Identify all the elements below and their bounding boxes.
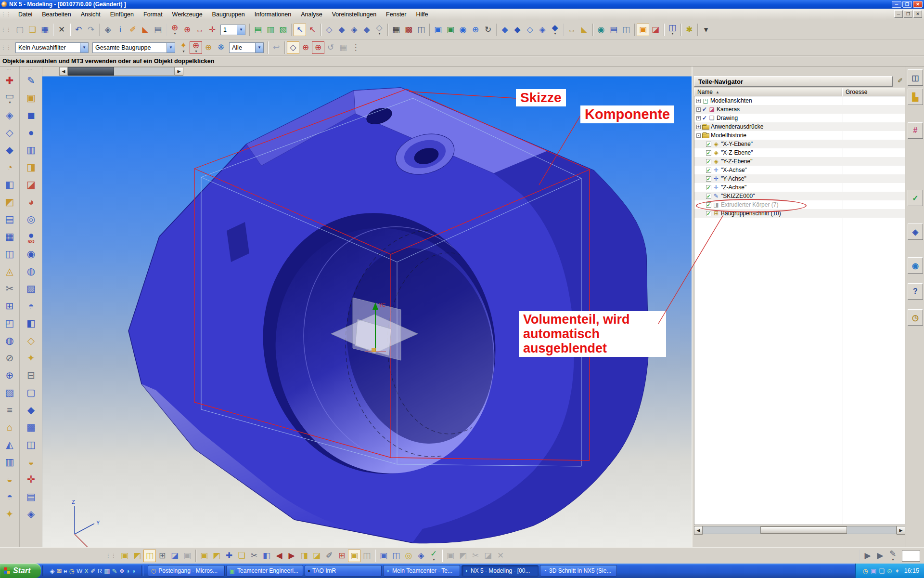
gray-component-icon[interactable]: ▣ xyxy=(181,550,193,562)
rectangle-tool-icon[interactable]: ▭▾ xyxy=(1,89,18,106)
minus-box-icon[interactable]: ⊟ xyxy=(23,367,39,384)
tray-network-icon[interactable]: ❏ xyxy=(879,568,885,574)
list-tool-icon[interactable]: ≡ xyxy=(1,401,18,419)
measure-distance-icon[interactable]: ↔ xyxy=(193,24,206,36)
start-button[interactable]: Start xyxy=(0,564,41,578)
scroll-track[interactable] xyxy=(114,67,175,76)
open-file-icon[interactable]: ❏ xyxy=(26,24,38,36)
groove-feature-icon[interactable]: ◓ xyxy=(23,297,39,315)
copy-display-icon[interactable]: ◈ xyxy=(102,24,114,36)
find-component-icon[interactable]: ▣ xyxy=(118,550,131,562)
menu-werkzeuge[interactable]: Werkzeuge xyxy=(167,10,207,19)
render-style-5-icon[interactable]: ◆▾ xyxy=(549,24,561,36)
calc-quick-icon[interactable]: ▦ xyxy=(104,568,110,574)
visible-check-icon[interactable]: ✓ xyxy=(702,106,707,113)
menu-datei[interactable]: Datei xyxy=(13,10,37,19)
notepad-quick-icon[interactable]: ✎ xyxy=(112,568,117,574)
nx-quick-icon[interactable]: ◗ xyxy=(127,568,130,574)
sweep-icon[interactable]: ◕ xyxy=(23,193,39,210)
tree-item-drawing[interactable]: +✓❏Drawing xyxy=(694,114,905,122)
more-options-icon[interactable]: ⋮ xyxy=(349,41,362,54)
history-tab[interactable]: ◷ xyxy=(908,309,923,326)
flip-right-icon[interactable]: ▶ xyxy=(285,550,298,562)
snap-arrow-icon[interactable]: ↖ xyxy=(306,24,319,36)
nav-scroll-left-icon[interactable]: ◀ xyxy=(694,526,703,535)
rotate-gray-icon[interactable]: ↺ xyxy=(324,41,337,54)
info-icon[interactable]: i xyxy=(114,24,127,36)
hatch-box-icon[interactable]: ▩ xyxy=(23,419,39,436)
scroll-left-icon[interactable]: ◀ xyxy=(59,67,68,76)
grid-icon[interactable]: ▦ xyxy=(390,24,402,36)
dropdown-caret-icon[interactable]: ▾ xyxy=(892,558,894,562)
expand-icon[interactable]: + xyxy=(696,116,701,120)
menu-analyse[interactable]: Analyse xyxy=(296,10,327,19)
part-navigator-tab[interactable]: ✓ xyxy=(908,190,923,206)
menu-format[interactable]: Format xyxy=(139,10,167,19)
tree-item--z-achse-[interactable]: ✓✛"Z-Achse" xyxy=(694,183,905,192)
explorer-quick-icon[interactable]: e xyxy=(64,568,67,574)
move-component-icon[interactable]: ◨ xyxy=(298,550,310,562)
point-dialog-icon[interactable]: ✛ xyxy=(206,24,218,36)
sheet-tool-icon[interactable]: ▤ xyxy=(1,210,18,228)
pocket-feature-icon[interactable]: ◍ xyxy=(23,263,39,280)
add-part-icon[interactable]: ✚ xyxy=(223,550,235,562)
zoom-icon[interactable]: ◉ xyxy=(457,24,469,36)
menu-baugruppen[interactable]: Baugruppen xyxy=(207,10,250,19)
unite-tool-icon[interactable]: ⊕ xyxy=(1,367,18,384)
feature-checkbox[interactable]: ✓ xyxy=(706,194,711,199)
selection-scope-select[interactable]: Gesamte Baugruppe ▼ xyxy=(92,42,175,53)
pattern-icon[interactable]: ▩ xyxy=(402,24,415,36)
snap-mode-select[interactable]: Alle ▼ xyxy=(229,42,264,53)
bottom-input-box[interactable] xyxy=(902,550,920,562)
selection-filter-select[interactable]: Kein Auswahlfilter ▼ xyxy=(15,42,89,53)
tube-feature-icon[interactable]: ◎ xyxy=(23,210,39,228)
navigator-horizontal-scrollbar[interactable]: ◀ ▶ xyxy=(694,526,905,534)
dropdown-caret-icon[interactable]: ▾ xyxy=(671,32,673,36)
minimize-button[interactable]: ─ xyxy=(892,1,901,8)
component-group-icon[interactable]: ⊞ xyxy=(156,550,168,562)
open-assembly-icon[interactable]: ❏ xyxy=(235,550,248,562)
feature-checkbox[interactable]: ✓ xyxy=(706,176,711,182)
revolve-shade-icon[interactable]: ◩ xyxy=(1,193,18,210)
reuse-library-tab[interactable]: ◈ xyxy=(908,223,923,240)
blank-box-icon[interactable]: ▢ xyxy=(23,384,39,401)
assembly-navigator-tab[interactable]: ▙ xyxy=(908,89,923,105)
rib-feature-icon[interactable]: ▨ xyxy=(23,280,39,297)
home-view-icon[interactable]: ⌂ xyxy=(1,419,18,436)
measure-ruler-icon[interactable]: ↔ xyxy=(565,24,578,36)
tree-item-kameras[interactable]: +✓◪Kameras xyxy=(694,105,905,114)
cross-tool-icon[interactable]: ✛ xyxy=(23,471,39,488)
datum-csys-tool-icon[interactable]: ◇ xyxy=(1,124,18,141)
task-button-tao-imr[interactable]: ▪TAO ImR xyxy=(305,565,382,577)
rows-tool-icon[interactable]: ▤ xyxy=(23,488,39,505)
maximize-button[interactable]: ❐ xyxy=(902,1,912,8)
tree-item-modellansichten[interactable]: +◳Modellansichten xyxy=(694,96,905,105)
datum-plane-tool-icon[interactable]: ◈ xyxy=(1,106,18,124)
print-icon[interactable]: ▤ xyxy=(607,24,620,36)
selection-scope-dropdown-icon[interactable]: ▼ xyxy=(167,43,175,53)
wedge-tool-icon[interactable]: ◭ xyxy=(1,436,18,453)
snap-mode-dropdown-icon[interactable]: ▼ xyxy=(255,43,263,53)
section-view-icon[interactable]: ◪ xyxy=(649,24,662,36)
gray-b-icon[interactable]: ◩ xyxy=(457,550,469,562)
doc-restore-button[interactable]: ❐ xyxy=(904,10,912,18)
rotate-view-icon[interactable]: ↻ xyxy=(482,24,494,36)
dropdown-caret-icon[interactable]: ▾ xyxy=(174,32,176,36)
selection-arrow-icon[interactable]: ↖ xyxy=(294,24,306,36)
join-tool-icon[interactable]: ◫ xyxy=(1,245,18,263)
thread-feature-icon[interactable]: ◇ xyxy=(23,332,39,349)
half-tool-icon[interactable]: ◒ xyxy=(23,453,39,471)
render-style-2-icon[interactable]: ◆ xyxy=(511,24,524,36)
doc-close-button[interactable]: ✕ xyxy=(913,10,922,18)
visible-check-icon[interactable]: ✓ xyxy=(702,115,707,121)
chamfer-tool-icon[interactable]: ◣ xyxy=(578,24,590,36)
dropdown-caret-icon[interactable]: ▾ xyxy=(554,32,556,36)
3d-model-canvas[interactable]: YC Z Y X xyxy=(42,66,692,547)
gray-c-icon[interactable]: ✂ xyxy=(469,550,482,562)
measure-helper-icon[interactable]: ✐ xyxy=(127,24,139,36)
shaded-cube-icon[interactable]: ▣ xyxy=(637,24,649,36)
nx2-quick-icon[interactable]: ◗ xyxy=(132,568,136,574)
word-quick-icon[interactable]: W xyxy=(77,568,82,574)
expand-icon[interactable]: + xyxy=(696,107,701,112)
tray-audio-icon[interactable]: ⊙ xyxy=(887,568,892,574)
